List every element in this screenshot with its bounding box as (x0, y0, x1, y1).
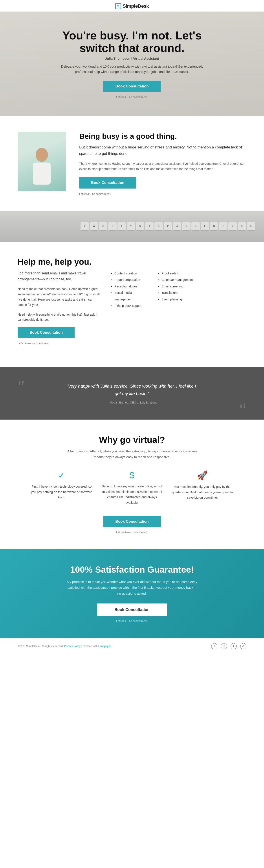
testimonial-section: " " Very happy with Julia's service. Sin… (0, 367, 264, 420)
why-book-consultation-button[interactable]: Book Consultation (103, 516, 160, 527)
list-item: Content creation (114, 270, 148, 277)
services-list-area: I do more than send emails and make trav… (18, 270, 246, 345)
linkedin-icon[interactable]: in (221, 643, 227, 649)
why-section: Why go virtual? A fair question. After a… (0, 420, 264, 549)
instagram-icon[interactable]: ⊙ (240, 643, 246, 649)
hero-book-consultation-button[interactable]: Book Consultation (103, 81, 160, 92)
footer-privacy-link[interactable]: Privacy Policy (64, 645, 81, 648)
dollar-icon: $ (101, 470, 163, 480)
why-card-2-text: Second, I have my own private office, so… (101, 484, 163, 505)
about-section: Being busy is a good thing. But it doesn… (0, 116, 264, 211)
why-cta-note: Let's talk—no commitment. (116, 531, 148, 534)
quote-mark-left-icon: " (18, 378, 25, 396)
key: I (145, 222, 154, 230)
hero-cta-area: Book Consultation Let's talk—no commitme… (55, 81, 209, 99)
checkmark-icon: ✓ (31, 470, 92, 480)
svg-point-2 (37, 149, 46, 159)
key: U (136, 222, 144, 230)
keyboard-keys: Q W E R T Y U I O P A S D F G H J K L (72, 218, 264, 235)
services-list-2: Proofreading Calendar management Email s… (157, 270, 195, 303)
services-columns: Content creation Report preparation Rece… (110, 270, 195, 345)
why-cards: ✓ First, I have my own technology covere… (18, 470, 246, 505)
twitter-icon[interactable]: t (231, 643, 237, 649)
key: F (201, 222, 209, 230)
list-item: Proofreading (162, 270, 195, 277)
testimonial-author: —Megan Barnett, CEO at Lyly Boutique (22, 401, 242, 404)
key: K (238, 222, 246, 230)
key: P (164, 222, 172, 230)
services-cta-area: Book Consultation Let's talk—no commitme… (18, 327, 101, 345)
guarantee-cta-note: Let's talk—no commitment. (116, 620, 148, 623)
key: Y (127, 222, 135, 230)
services-extra1: Need to make that presentation pop? Come… (18, 286, 101, 307)
key: S (182, 222, 191, 230)
footer-separator2: | Created with (81, 645, 98, 648)
hero-name-title: Julia Thompson | Virtual Assistant (55, 57, 209, 60)
keyboard-visual: Q W E R T Y U I O P A S D F G H J K L (0, 211, 264, 242)
key: W (90, 222, 98, 230)
key: O (155, 222, 163, 230)
why-card-3-text: But most importantly, you only pay by th… (172, 484, 233, 500)
services-col-2: Proofreading Calendar management Email s… (157, 270, 195, 345)
why-card-2: $ Second, I have my own private office, … (101, 470, 163, 505)
key: Q (80, 222, 89, 230)
list-item: IT/help desk support (114, 303, 148, 309)
guarantee-description: My promise is to make you wonder what yo… (66, 579, 198, 596)
rocket-icon: 🚀 (172, 470, 233, 480)
facebook-icon[interactable]: f (211, 643, 217, 649)
footer-social: f in t ⊙ (211, 643, 246, 649)
keyboard-divider: Q W E R T Y U I O P A S D F G H J K L (0, 211, 264, 242)
why-card-1: ✓ First, I have my own technology covere… (31, 470, 92, 505)
why-card-1-text: First, I have my own technology covered,… (31, 484, 92, 500)
hero-cta-note: Let's talk—no commitment. (116, 96, 148, 99)
about-image (18, 132, 66, 191)
key: J (228, 222, 237, 230)
list-item: Email screening (162, 283, 195, 290)
key: T (118, 222, 126, 230)
services-section: Help me, help you. I do more than send e… (0, 242, 264, 367)
key: E (99, 222, 107, 230)
footer-copyright: ©2023 SimpleDesk. All rights reserved. (18, 645, 63, 648)
logo[interactable]: S SimpleDesk (115, 3, 149, 9)
about-title: Being busy is a good thing. (79, 132, 246, 141)
services-col-1: Content creation Report preparation Rece… (110, 270, 148, 345)
footer-leadpages-link[interactable]: Leadpages (98, 645, 111, 648)
services-extra2: Need help with something that's not on t… (18, 312, 101, 323)
hero-title: You're busy. I'm not. Let's switch that … (55, 29, 209, 54)
key: H (219, 222, 228, 230)
about-text: Being busy is a good thing. But it doesn… (79, 132, 246, 195)
why-description: A fair question. After all, when you nee… (66, 448, 198, 460)
about-cta-note: Let's talk—no commitment. (79, 192, 111, 195)
list-item: Reception duties (114, 283, 148, 290)
why-card-3: 🚀 But most importantly, you only pay by … (172, 470, 233, 505)
list-item: Event planning (162, 296, 195, 303)
key: L (247, 222, 255, 230)
logo-text: SimpleDesk (123, 3, 149, 9)
services-cta-note: Let's talk—no commitment. (18, 342, 49, 345)
footer-left: ©2023 SimpleDesk. All rights reserved. P… (18, 645, 111, 648)
key: G (210, 222, 218, 230)
services-title: Help me, help you. (18, 257, 246, 267)
list-item: Report preparation (114, 277, 148, 283)
about-cta-area: Book Consultation Let's talk—no commitme… (79, 177, 246, 195)
list-item: Social media management (114, 290, 148, 303)
key: D (191, 222, 200, 230)
header: S SimpleDesk (0, 0, 264, 12)
quote-mark-right-icon: " (239, 393, 246, 411)
hero-section: You're busy. I'm not. Let's switch that … (0, 12, 264, 116)
about-lead: But it doesn't come without a huge servi… (79, 144, 246, 157)
services-book-consultation-button[interactable]: Book Consultation (18, 327, 74, 338)
guarantee-cta-area: Book Consultation Let's talk—no commitme… (22, 603, 242, 623)
svg-rect-1 (33, 162, 51, 185)
about-book-consultation-button[interactable]: Book Consultation (79, 177, 136, 189)
guarantee-book-consultation-button[interactable]: Book Consultation (97, 603, 167, 616)
footer: ©2023 SimpleDesk. All rights reserved. P… (0, 638, 264, 654)
list-item: Calendar management (162, 277, 195, 283)
logo-icon: S (115, 3, 121, 9)
list-item: Translations (162, 290, 195, 296)
why-cta-area: Book Consultation Let's talk—no commitme… (18, 516, 246, 534)
key: A (173, 222, 181, 230)
testimonial-quote: Very happy with Julia's service. Since w… (66, 382, 198, 397)
services-list-1: Content creation Report preparation Rece… (110, 270, 148, 309)
services-left: I do more than send emails and make trav… (18, 270, 101, 345)
